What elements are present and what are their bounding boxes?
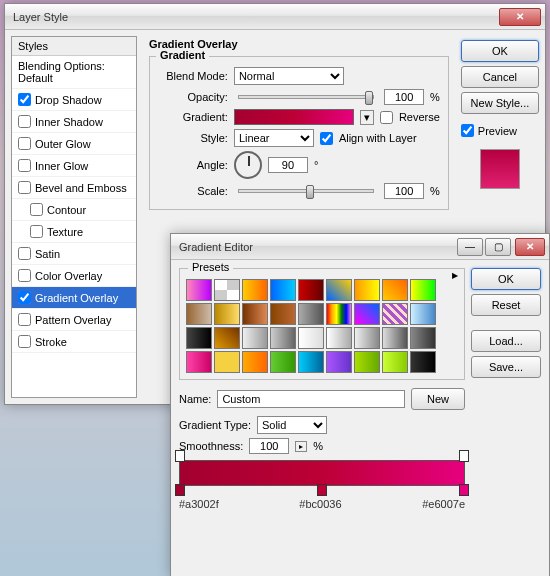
preview-checkbox[interactable] [461,124,474,137]
smoothness-stepper-icon[interactable]: ▸ [295,441,307,452]
preset-swatch[interactable] [382,351,408,373]
style-checkbox[interactable] [18,93,31,106]
name-input[interactable] [217,390,405,408]
opacity-stop-right[interactable] [459,450,469,462]
ok-button[interactable]: OK [461,40,539,62]
style-item-pattern-overlay[interactable]: Pattern Overlay [12,309,136,331]
ge-ok-button[interactable]: OK [471,268,541,290]
style-checkbox[interactable] [18,269,31,282]
preset-swatch[interactable] [242,351,268,373]
color-stop-right[interactable] [459,484,469,496]
style-checkbox[interactable] [18,137,31,150]
align-checkbox[interactable] [320,132,333,145]
preset-swatch[interactable] [354,279,380,301]
preset-swatch[interactable] [214,303,240,325]
preset-swatch[interactable] [354,327,380,349]
preset-swatch[interactable] [270,351,296,373]
preset-swatch[interactable] [410,303,436,325]
preset-swatch[interactable] [298,351,324,373]
new-style-button[interactable]: New Style... [461,92,539,114]
style-checkbox[interactable] [18,291,31,304]
style-item-satin[interactable]: Satin [12,243,136,265]
gradient-type-select[interactable]: Solid [257,416,327,434]
preset-swatch[interactable] [270,279,296,301]
gradient-swatch[interactable] [234,109,354,125]
preset-swatch[interactable] [242,279,268,301]
opacity-stop-left[interactable] [175,450,185,462]
close-icon[interactable]: ✕ [499,8,541,26]
preset-swatch[interactable] [242,327,268,349]
style-select[interactable]: Linear [234,129,314,147]
preset-swatch[interactable] [270,327,296,349]
smoothness-value[interactable] [249,438,289,454]
gradient-dropdown-icon[interactable]: ▾ [360,110,374,125]
style-item-color-overlay[interactable]: Color Overlay [12,265,136,287]
style-item-bevel-and-emboss[interactable]: Bevel and Emboss [12,177,136,199]
preset-swatch[interactable] [326,327,352,349]
style-checkbox[interactable] [30,203,43,216]
preset-swatch[interactable] [214,327,240,349]
preset-swatch[interactable] [410,327,436,349]
angle-value[interactable] [268,157,308,173]
preset-swatch[interactable] [186,279,212,301]
preset-swatch[interactable] [298,303,324,325]
style-item-outer-glow[interactable]: Outer Glow [12,133,136,155]
preset-swatch[interactable] [326,279,352,301]
preset-swatch[interactable] [382,279,408,301]
preset-swatch[interactable] [354,351,380,373]
style-checkbox[interactable] [18,115,31,128]
preset-swatch[interactable] [270,303,296,325]
color-stop-left[interactable] [175,484,185,496]
layer-style-titlebar[interactable]: Layer Style ✕ [5,4,545,30]
close-icon[interactable]: ✕ [515,238,545,256]
scale-value[interactable] [384,183,424,199]
preset-swatch[interactable] [186,351,212,373]
preset-swatch[interactable] [410,279,436,301]
style-checkbox[interactable] [30,225,43,238]
preset-swatch[interactable] [214,279,240,301]
color-stop-mid[interactable] [317,484,327,496]
preset-swatch[interactable] [214,351,240,373]
style-checkbox[interactable] [18,313,31,326]
style-item-drop-shadow[interactable]: Drop Shadow [12,89,136,111]
preset-swatch[interactable] [186,303,212,325]
opacity-value[interactable] [384,89,424,105]
opacity-slider[interactable] [238,95,374,99]
minimize-icon[interactable]: — [457,238,483,256]
blending-options-item[interactable]: Blending Options: Default [12,56,136,89]
ge-save-button[interactable]: Save... [471,356,541,378]
style-item-gradient-overlay[interactable]: Gradient Overlay [12,287,136,309]
blend-mode-select[interactable]: Normal [234,67,344,85]
gradient-bar[interactable] [179,460,465,486]
ge-reset-button[interactable]: Reset [471,294,541,316]
preset-swatch[interactable] [410,351,436,373]
style-checkbox[interactable] [18,181,31,194]
reverse-checkbox[interactable] [380,111,393,124]
cancel-button[interactable]: Cancel [461,66,539,88]
preset-swatch[interactable] [326,351,352,373]
preset-swatch[interactable] [326,303,352,325]
style-checkbox[interactable] [18,247,31,260]
style-checkbox[interactable] [18,335,31,348]
scale-slider[interactable] [238,189,374,193]
style-item-inner-shadow[interactable]: Inner Shadow [12,111,136,133]
preset-swatch[interactable] [298,327,324,349]
styles-header[interactable]: Styles [12,37,136,56]
gradient-editor-titlebar[interactable]: Gradient Editor — ▢ ✕ [171,234,549,260]
style-checkbox[interactable] [18,159,31,172]
maximize-icon[interactable]: ▢ [485,238,511,256]
new-button[interactable]: New [411,388,465,410]
style-item-inner-glow[interactable]: Inner Glow [12,155,136,177]
preset-swatch[interactable] [382,303,408,325]
preset-swatch[interactable] [354,303,380,325]
angle-dial[interactable] [234,151,262,179]
style-item-contour[interactable]: Contour [12,199,136,221]
preset-swatch[interactable] [298,279,324,301]
style-item-texture[interactable]: Texture [12,221,136,243]
ge-load-button[interactable]: Load... [471,330,541,352]
preset-swatch[interactable] [382,327,408,349]
style-item-stroke[interactable]: Stroke [12,331,136,353]
presets-menu-icon[interactable]: ▶ [452,271,458,280]
preset-swatch[interactable] [186,327,212,349]
preset-swatch[interactable] [242,303,268,325]
